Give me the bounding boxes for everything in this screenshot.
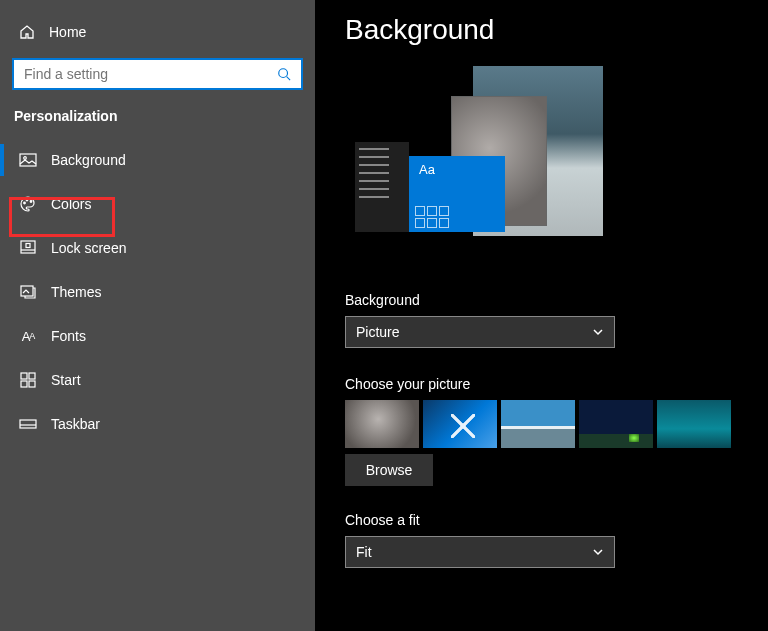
sidebar-item-label: Background [51, 152, 126, 168]
search-input[interactable] [24, 66, 277, 82]
picture-thumbnail[interactable] [579, 400, 653, 448]
picture-thumbnails [345, 400, 768, 448]
svg-rect-13 [20, 420, 36, 428]
fit-dropdown[interactable]: Fit [345, 536, 615, 568]
sidebar-item-label: Fonts [51, 328, 86, 344]
svg-point-4 [26, 199, 28, 201]
chevron-down-icon [592, 546, 604, 558]
sidebar-item-themes[interactable]: Themes [0, 270, 315, 314]
sidebar-item-fonts[interactable]: AA Fonts [0, 314, 315, 358]
sidebar-item-label: Themes [51, 284, 102, 300]
svg-rect-9 [21, 373, 27, 379]
themes-icon [19, 283, 37, 301]
background-preview: Aa [355, 66, 603, 236]
search-input-container[interactable] [12, 58, 303, 90]
main-content: Background Aa Background Picture Choose … [315, 0, 768, 631]
svg-rect-1 [20, 154, 36, 166]
home-icon [19, 24, 35, 40]
picture-thumbnail[interactable] [501, 400, 575, 448]
home-label: Home [49, 24, 86, 40]
sidebar: Home Personalization Background Colors L… [0, 0, 315, 631]
sidebar-item-taskbar[interactable]: Taskbar [0, 402, 315, 446]
svg-point-2 [24, 157, 27, 160]
section-title: Personalization [0, 108, 315, 138]
sidebar-item-label: Taskbar [51, 416, 100, 432]
sidebar-item-start[interactable]: Start [0, 358, 315, 402]
svg-rect-12 [29, 381, 35, 387]
svg-rect-7 [26, 244, 30, 248]
home-button[interactable]: Home [0, 18, 315, 58]
picture-thumbnail[interactable] [345, 400, 419, 448]
picture-icon [19, 151, 37, 169]
preview-aa: Aa [409, 156, 505, 177]
background-dropdown-value: Picture [356, 324, 400, 340]
palette-icon [19, 195, 37, 213]
svg-rect-10 [29, 373, 35, 379]
svg-point-0 [279, 69, 288, 78]
browse-button[interactable]: Browse [345, 454, 433, 486]
sidebar-item-label: Start [51, 372, 81, 388]
fit-dropdown-value: Fit [356, 544, 372, 560]
svg-point-3 [24, 202, 26, 204]
taskbar-icon [19, 415, 37, 433]
sidebar-item-label: Colors [51, 196, 91, 212]
sidebar-item-lock-screen[interactable]: Lock screen [0, 226, 315, 270]
fonts-icon: AA [19, 327, 37, 345]
choose-picture-label: Choose your picture [345, 376, 768, 392]
chevron-down-icon [592, 326, 604, 338]
svg-rect-11 [21, 381, 27, 387]
sidebar-item-label: Lock screen [51, 240, 126, 256]
svg-point-5 [30, 201, 32, 203]
picture-thumbnail[interactable] [657, 400, 731, 448]
picture-thumbnail[interactable] [423, 400, 497, 448]
background-dropdown-label: Background [345, 292, 768, 308]
start-icon [19, 371, 37, 389]
sidebar-item-colors[interactable]: Colors [0, 182, 315, 226]
lock-screen-icon [19, 239, 37, 257]
page-title: Background [345, 14, 768, 46]
background-dropdown[interactable]: Picture [345, 316, 615, 348]
sidebar-item-background[interactable]: Background [0, 138, 315, 182]
fit-dropdown-label: Choose a fit [345, 512, 768, 528]
search-icon [277, 67, 291, 81]
